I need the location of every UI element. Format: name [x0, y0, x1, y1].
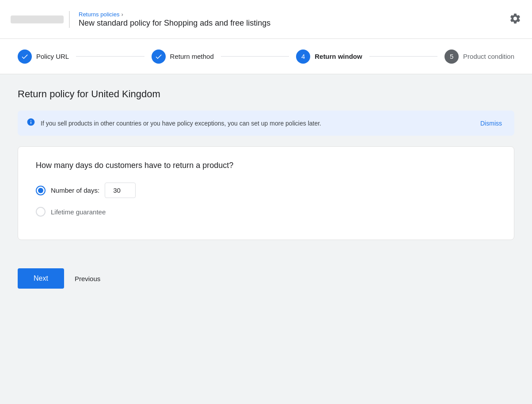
header-breadcrumb-section: Returns policies › New standard policy f… — [69, 11, 270, 28]
step-3-label: Return window — [315, 53, 362, 60]
info-banner-left: If you sell products in other countries … — [27, 118, 321, 129]
account-info — [11, 15, 64, 23]
radio-number-of-days[interactable] — [36, 186, 46, 195]
header-actions — [509, 12, 521, 27]
breadcrumb-chevron: › — [122, 11, 123, 18]
info-banner-text: If you sell products in other countries … — [41, 120, 321, 127]
days-input[interactable] — [105, 183, 136, 198]
step-3-circle: 4 — [296, 50, 310, 64]
step-return-window: 4 Return window — [296, 50, 362, 64]
connector-2 — [221, 56, 289, 57]
step-3-number: 4 — [301, 53, 305, 60]
settings-icon[interactable] — [509, 12, 521, 25]
info-banner: If you sell products in other countries … — [18, 111, 514, 136]
card-question: How many days do customers have to retur… — [36, 161, 496, 170]
section-title: Return policy for United Kingdom — [18, 88, 514, 100]
step-2-circle — [152, 50, 166, 64]
step-1-label: Policy URL — [36, 53, 69, 60]
step-4-label: Product condition — [463, 53, 514, 60]
account-placeholder — [11, 15, 64, 23]
connector-1 — [76, 56, 144, 57]
lifetime-guarantee-label: Lifetime guarantee — [51, 208, 106, 216]
radio-lifetime-guarantee[interactable] — [36, 207, 46, 217]
number-of-days-label: Number of days: — [51, 187, 99, 194]
breadcrumb-link[interactable]: Returns policies — [79, 11, 120, 18]
page-header: Returns policies › New standard policy f… — [0, 0, 532, 39]
step-return-method: Return method — [152, 50, 214, 64]
stepper: Policy URL Return method 4 Return window… — [0, 39, 532, 74]
return-window-card: How many days do customers have to retur… — [18, 146, 514, 240]
step-4-circle: 5 — [445, 50, 459, 64]
button-row: Next Previous — [0, 268, 532, 289]
step-policy-url: Policy URL — [18, 50, 69, 64]
breadcrumb: Returns policies › — [79, 11, 270, 18]
radio-inner-selected — [38, 188, 43, 193]
previous-button[interactable]: Previous — [71, 269, 104, 289]
main-content: Return policy for United Kingdom If you … — [0, 74, 532, 268]
option-number-of-days[interactable]: Number of days: — [36, 183, 496, 198]
step-2-label: Return method — [170, 53, 214, 60]
check-icon — [21, 53, 29, 61]
connector-3 — [369, 56, 437, 57]
step-4-number: 5 — [450, 53, 453, 60]
next-button[interactable]: Next — [18, 268, 64, 289]
dismiss-button[interactable]: Dismiss — [477, 118, 505, 129]
option-lifetime-guarantee[interactable]: Lifetime guarantee — [36, 207, 496, 217]
step-1-circle — [18, 50, 32, 64]
info-icon — [27, 118, 35, 129]
step-product-condition: 5 Product condition — [445, 50, 514, 64]
check-icon-2 — [155, 53, 163, 61]
page-title: New standard policy for Shopping ads and… — [79, 19, 270, 28]
